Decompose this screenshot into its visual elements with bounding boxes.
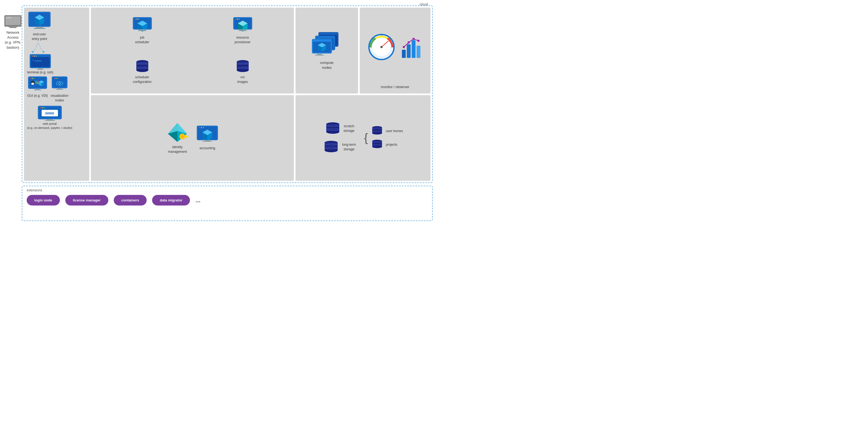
cloud-grid: end-user entry point bbox=[24, 8, 431, 181]
data-migrator-button[interactable]: data migrator bbox=[152, 195, 190, 206]
svg-point-51 bbox=[57, 78, 58, 79]
svg-point-133 bbox=[412, 38, 415, 40]
svg-point-147 bbox=[199, 127, 200, 128]
extensions-label: extensions bbox=[27, 189, 428, 192]
svg-point-34 bbox=[33, 78, 35, 79]
user-homes-projects: user homes projects bbox=[371, 126, 403, 150]
compute-inner: compute nodes bbox=[299, 11, 355, 90]
scratch-storage-item: scratch storage bbox=[324, 122, 354, 135]
svg-rect-13 bbox=[36, 27, 43, 28]
svg-rect-56 bbox=[56, 89, 63, 90]
svg-point-132 bbox=[408, 41, 410, 43]
svg-point-50 bbox=[56, 78, 57, 79]
ext-dots: ... bbox=[195, 197, 200, 204]
svg-rect-146 bbox=[198, 127, 217, 129]
svg-rect-129 bbox=[412, 40, 415, 58]
panel-entry: end-user entry point bbox=[24, 8, 89, 181]
svg-rect-21 bbox=[31, 55, 50, 57]
svg-rect-115 bbox=[317, 54, 322, 55]
license-manager-button[interactable]: license manager bbox=[65, 195, 108, 206]
svg-point-24 bbox=[36, 56, 37, 57]
network-access-label: Network Access (e.g. VPN, bastion) bbox=[5, 30, 21, 50]
svg-rect-44 bbox=[35, 89, 40, 90]
svg-rect-27 bbox=[38, 68, 42, 69]
vm-images-icon bbox=[235, 60, 250, 73]
entry-gui-row: GUI (e.g. VDI) bbox=[27, 76, 68, 103]
svg-rect-89 bbox=[240, 29, 245, 30]
vm-images-item: vmimages bbox=[235, 60, 250, 84]
svg-rect-143 bbox=[185, 137, 186, 138]
scheduler-config-item: schedulerconfiguration bbox=[133, 60, 152, 84]
identity-inner: identity management bbox=[94, 99, 290, 177]
svg-text:www: www bbox=[45, 111, 54, 115]
svg-point-140 bbox=[181, 135, 184, 138]
storage-right: { user homes bbox=[364, 126, 403, 150]
user-homes-label: user homes bbox=[386, 129, 403, 134]
visualization-item: visualization nodes bbox=[51, 76, 68, 103]
longterm-storage-item: long-term storage bbox=[323, 141, 356, 153]
scheduler-config-icon bbox=[135, 60, 150, 73]
svg-point-60 bbox=[40, 107, 41, 108]
svg-rect-39 bbox=[35, 82, 37, 84]
svg-rect-128 bbox=[407, 44, 411, 58]
web-portal-icon: www bbox=[37, 105, 62, 122]
svg-point-32 bbox=[30, 78, 31, 79]
svg-rect-14 bbox=[34, 28, 45, 29]
svg-point-170 bbox=[372, 132, 382, 135]
svg-point-33 bbox=[32, 78, 33, 79]
svg-rect-40 bbox=[37, 82, 38, 84]
svg-rect-65 bbox=[47, 119, 53, 120]
page-wrapper: cloud Network Access (e.g. VPN, bastion) bbox=[0, 0, 434, 222]
entry-web-section: www web portal (e.g. on-demand, jupyter,… bbox=[27, 105, 72, 130]
svg-rect-155 bbox=[203, 141, 212, 142]
entry-point-monitor-icon bbox=[27, 11, 52, 31]
svg-point-4 bbox=[6, 17, 8, 19]
svg-rect-1 bbox=[5, 16, 21, 25]
job-scheduler-label: jobscheduler bbox=[135, 35, 149, 44]
network-access-panel: Network Access (e.g. VPN, bastion) bbox=[3, 15, 23, 102]
svg-line-15 bbox=[33, 43, 38, 53]
visualization-label: visualization nodes bbox=[51, 94, 68, 103]
svg-rect-154 bbox=[205, 140, 210, 141]
svg-rect-116 bbox=[315, 55, 324, 56]
login-node-button[interactable]: login node bbox=[27, 195, 60, 206]
longterm-storage-label: long-term storage bbox=[342, 142, 356, 152]
projects-row: projects bbox=[371, 139, 403, 150]
svg-point-49 bbox=[54, 78, 55, 79]
gui-icon bbox=[28, 76, 48, 92]
svg-point-70 bbox=[135, 19, 136, 20]
svg-point-5 bbox=[8, 17, 9, 19]
svg-point-22 bbox=[32, 56, 33, 57]
svg-point-82 bbox=[236, 19, 237, 20]
terminal-icon: >_ bbox=[29, 54, 51, 70]
svg-rect-55 bbox=[57, 88, 62, 89]
svg-point-71 bbox=[136, 19, 138, 20]
svg-point-36 bbox=[31, 83, 34, 85]
svg-point-84 bbox=[239, 19, 240, 20]
resource-provisioner-icon bbox=[233, 17, 252, 33]
svg-text:>_: >_ bbox=[32, 59, 35, 62]
gui-label: GUI (e.g. VDI) bbox=[27, 94, 48, 98]
svg-point-149 bbox=[203, 127, 204, 128]
scheduler-config-label: schedulerconfiguration bbox=[133, 75, 152, 84]
entry-top: end-user entry point bbox=[27, 11, 52, 41]
vm-images-label: vmimages bbox=[237, 75, 248, 84]
svg-rect-141 bbox=[184, 136, 188, 137]
svg-rect-127 bbox=[402, 50, 406, 58]
svg-line-16 bbox=[38, 43, 43, 53]
accounting-icon bbox=[196, 125, 218, 144]
panel-identity: identity management bbox=[91, 95, 294, 181]
svg-point-95 bbox=[136, 68, 148, 72]
svg-rect-37 bbox=[35, 81, 37, 82]
identity-item: identity management bbox=[166, 122, 188, 154]
dashed-arrow-icon bbox=[27, 43, 49, 54]
longterm-storage-icon bbox=[323, 141, 339, 153]
containers-button[interactable]: containers bbox=[114, 195, 147, 206]
panel-monitor: monitor / observer bbox=[360, 8, 431, 94]
network-terminal-icon bbox=[4, 15, 22, 28]
storage-inner: scratch storage bbox=[299, 99, 427, 177]
panel-storage: scratch storage bbox=[296, 95, 431, 181]
svg-point-61 bbox=[42, 107, 43, 108]
svg-rect-142 bbox=[187, 137, 188, 138]
user-homes-icon bbox=[371, 126, 384, 136]
